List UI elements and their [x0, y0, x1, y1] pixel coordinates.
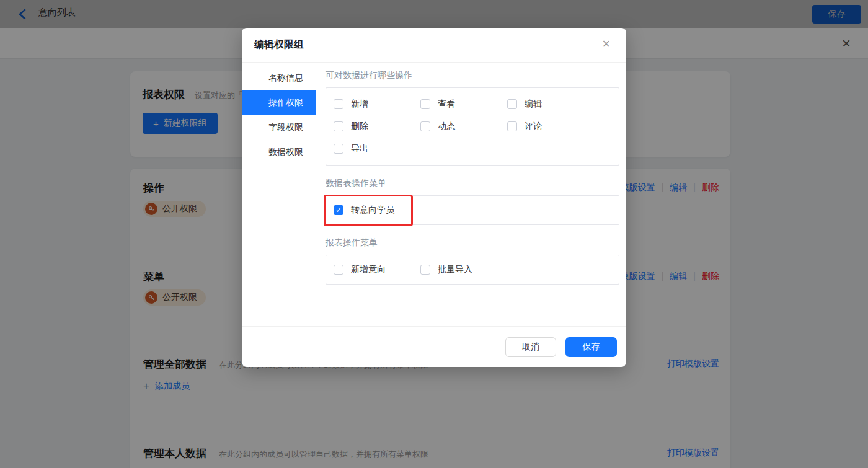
tab-name-info[interactable]: 名称信息	[242, 65, 316, 90]
checkbox-item-activity[interactable]: 动态	[420, 115, 507, 138]
cancel-button[interactable]: 取消	[505, 337, 556, 357]
tab-operation-permission[interactable]: 操作权限	[242, 90, 316, 115]
checkbox-checked-icon[interactable]: ✓	[334, 205, 343, 215]
modal-close-icon[interactable]: ×	[602, 37, 610, 51]
table-menu-box: ✓ 转意向学员	[326, 195, 619, 225]
tab-data-permission[interactable]: 数据权限	[242, 139, 316, 164]
edit-permission-group-modal: 编辑权限组 × 名称信息 操作权限 字段权限 数据权限 可对数据进行哪些操作 新…	[242, 28, 626, 367]
tab-field-permission[interactable]: 字段权限	[242, 115, 316, 139]
modal-header: 编辑权限组 ×	[242, 28, 626, 63]
checkbox-icon[interactable]	[507, 99, 517, 109]
checkbox-icon[interactable]	[334, 99, 343, 109]
modal-tab-content: 可对数据进行哪些操作 新增 查看 编辑 删除 动态 评论 导出 数据表操作菜单 …	[316, 63, 632, 326]
modal-body: 名称信息 操作权限 字段权限 数据权限 可对数据进行哪些操作 新增 查看 编辑 …	[242, 63, 626, 326]
checkbox-icon[interactable]	[420, 265, 430, 275]
checkbox-icon[interactable]	[420, 121, 430, 131]
checkbox-item-edit[interactable]: 编辑	[507, 93, 619, 115]
modal-tab-list: 名称信息 操作权限 字段权限 数据权限	[242, 63, 316, 326]
report-menu-box: 新增意向 批量导入	[326, 255, 619, 285]
table-menu-label: 数据表操作菜单	[326, 178, 619, 189]
checkbox-icon[interactable]	[334, 121, 343, 131]
checkbox-icon[interactable]	[507, 121, 517, 131]
checkbox-item-delete[interactable]: 删除	[334, 115, 420, 138]
modal-title: 编辑权限组	[254, 38, 304, 51]
checkbox-icon[interactable]	[420, 99, 430, 109]
save-button[interactable]: 保存	[565, 337, 617, 357]
modal-footer: 取消 保存	[242, 326, 626, 367]
data-ops-box: 新增 查看 编辑 删除 动态 评论 导出	[326, 87, 619, 166]
checkbox-item-comment[interactable]: 评论	[507, 115, 619, 138]
screen: 意向列表 保存 × 报表权限 设置对应的「 + 新建权限组 操作 打印模版设置|…	[0, 0, 868, 468]
checkbox-icon[interactable]	[334, 144, 343, 154]
checkbox-item-batch-import[interactable]: 批量导入	[420, 258, 507, 281]
checkbox-item-view[interactable]: 查看	[420, 93, 507, 115]
report-menu-label: 报表操作菜单	[326, 237, 619, 249]
checkbox-item-add[interactable]: 新增	[334, 93, 420, 115]
topbar-dim-overlay	[0, 0, 868, 28]
checkbox-item-add-intent[interactable]: 新增意向	[334, 258, 420, 281]
checkbox-icon[interactable]	[334, 265, 343, 275]
checkbox-item-transfer-student[interactable]: ✓ 转意向学员	[334, 199, 394, 221]
checkbox-item-export[interactable]: 导出	[334, 138, 420, 160]
data-ops-label: 可对数据进行哪些操作	[326, 70, 619, 81]
